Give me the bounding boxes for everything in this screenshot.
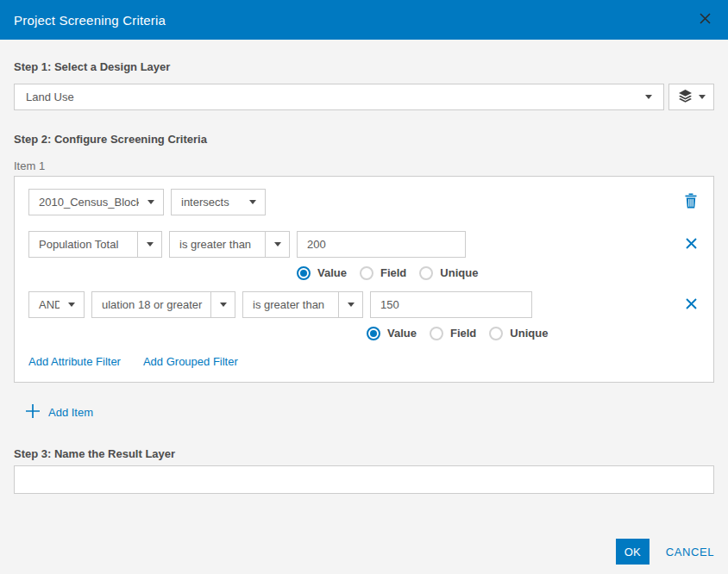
add-item-button[interactable]: Add Item xyxy=(14,403,93,421)
conjunction-dropdown[interactable]: AND xyxy=(28,291,85,318)
radio-option-unique[interactable]: Unique xyxy=(419,266,478,280)
dialog-title: Project Screening Criteria xyxy=(14,13,166,28)
step3-label: Step 3: Name the Result Layer xyxy=(14,447,714,460)
layers-icon xyxy=(678,89,693,106)
radio-unselected-icon xyxy=(430,327,443,340)
layer-options-button[interactable] xyxy=(668,84,714,110)
chevron-down-icon xyxy=(274,242,281,246)
spatial-operator-value: intersects xyxy=(172,190,241,215)
delete-item-button[interactable] xyxy=(682,191,700,213)
design-layer-value: Land Use xyxy=(26,90,74,103)
dialog-header: Project Screening Criteria xyxy=(0,0,728,40)
radio-selected-icon xyxy=(297,266,311,280)
field-value: Population Total xyxy=(29,232,137,257)
close-icon xyxy=(698,11,712,28)
comparison-operator-dropdown[interactable]: is greater than xyxy=(242,291,363,318)
chevron-down-icon xyxy=(147,242,154,246)
remove-filter-button[interactable] xyxy=(683,235,700,254)
attribute-filter-row: Population Total is greater than xyxy=(28,231,700,258)
radio-option-field[interactable]: Field xyxy=(430,327,476,340)
spatial-layer-value: 2010_Census_Blocks xyxy=(29,190,139,215)
field-dropdown[interactable]: Population Total xyxy=(28,231,162,258)
radio-option-value[interactable]: Value xyxy=(297,266,347,280)
spatial-filter-row: 2010_Census_Blocks intersects xyxy=(28,189,700,215)
close-button[interactable] xyxy=(696,9,714,30)
chevron-down-icon xyxy=(68,303,75,307)
radio-unselected-icon xyxy=(489,327,503,340)
add-grouped-filter-link[interactable]: Add Grouped Filter xyxy=(143,355,238,368)
design-layer-row: Land Use xyxy=(14,84,714,110)
filter-value-input[interactable] xyxy=(297,231,466,258)
value-type-radio-group: Value Field Unique xyxy=(297,265,700,280)
step1-label: Step 1: Select a Design Layer xyxy=(14,60,714,73)
remove-filter-button[interactable] xyxy=(683,296,700,315)
chevron-down-icon xyxy=(220,303,227,307)
filter-value-input[interactable] xyxy=(370,291,532,318)
item-title: Item 1 xyxy=(14,159,714,172)
filter-links-row: Add Attribute Filter Add Grouped Filter xyxy=(28,355,700,368)
conjunction-value: AND xyxy=(29,292,60,317)
spatial-layer-dropdown[interactable]: 2010_Census_Blocks xyxy=(28,189,164,215)
add-item-label: Add Item xyxy=(48,406,93,419)
cancel-button[interactable]: CANCEL xyxy=(666,546,714,558)
dialog-footer: OK CANCEL xyxy=(14,539,714,565)
radio-unselected-icon xyxy=(360,266,373,280)
design-layer-select[interactable]: Land Use xyxy=(14,84,664,110)
radio-option-value[interactable]: Value xyxy=(367,327,417,340)
radio-selected-icon xyxy=(367,327,380,340)
chevron-down-icon xyxy=(348,303,355,307)
ok-button[interactable]: OK xyxy=(616,539,650,565)
value-type-radio-group: Value Field Unique xyxy=(367,326,700,340)
plus-icon xyxy=(25,403,41,421)
field-value: ulation 18 or greater xyxy=(92,292,210,317)
spatial-operator-dropdown[interactable]: intersects xyxy=(171,189,266,215)
field-dropdown[interactable]: ulation 18 or greater xyxy=(91,291,235,318)
screening-item-panel: 2010_Census_Blocks intersects xyxy=(14,176,714,383)
chevron-down-icon xyxy=(249,200,256,204)
comparison-operator-value: is greater than xyxy=(170,232,265,257)
attribute-filter-row: AND ulation 18 or greater is greater tha… xyxy=(28,291,700,318)
radio-option-field[interactable]: Field xyxy=(360,266,406,280)
trash-icon xyxy=(684,193,698,211)
dialog-body: Step 1: Select a Design Layer Land Use S… xyxy=(0,60,728,565)
add-attribute-filter-link[interactable]: Add Attribute Filter xyxy=(28,355,121,368)
comparison-operator-dropdown[interactable]: is greater than xyxy=(169,231,290,258)
close-icon xyxy=(685,237,698,253)
step2-label: Step 2: Configure Screening Criteria xyxy=(14,133,714,146)
chevron-down-icon xyxy=(645,95,652,99)
comparison-operator-value: is greater than xyxy=(243,292,338,317)
result-layer-name-input[interactable] xyxy=(14,465,714,494)
chevron-down-icon xyxy=(699,95,706,99)
chevron-down-icon xyxy=(147,200,154,204)
close-icon xyxy=(685,297,698,313)
radio-option-unique[interactable]: Unique xyxy=(489,327,548,340)
radio-unselected-icon xyxy=(419,266,433,280)
